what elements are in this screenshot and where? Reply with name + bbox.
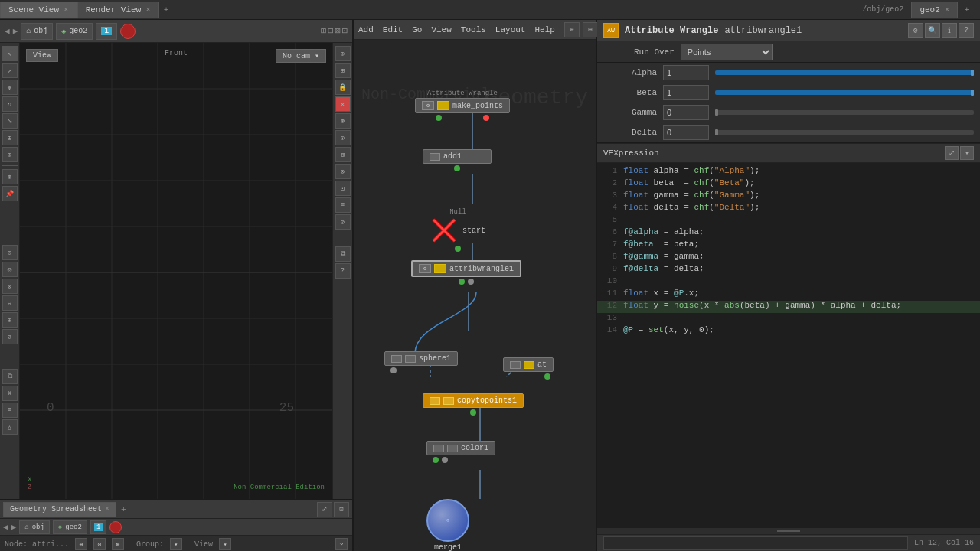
right-tool-5[interactable]: ⊛ [335, 113, 351, 129]
tool-pivot[interactable]: ⊕ [2, 147, 18, 162]
node-at[interactable]: at [503, 357, 554, 380]
bottom-help[interactable]: ? [335, 538, 348, 550]
vex-cmd-input[interactable] [603, 536, 908, 550]
aw-search-btn[interactable]: 🔍 [925, 23, 940, 38]
right-tool-12[interactable]: ⧉ [335, 246, 351, 262]
node-icon2[interactable]: ⊙ [93, 538, 106, 550]
right-tool-3[interactable]: 🔒 [335, 80, 351, 95]
help-menu[interactable]: Help [534, 25, 554, 34]
vex-editor[interactable]: 1 float alpha = chf("Alpha"); 2 float be… [597, 163, 980, 528]
render-view-tab[interactable]: Render View × [77, 2, 159, 18]
beta-input[interactable] [663, 85, 709, 100]
bottom-obj-path[interactable]: ⌂ obj [19, 520, 50, 534]
network-path: /obj/geo2 [856, 5, 910, 14]
tool-select2[interactable]: ↗ [2, 63, 18, 78]
right-tool-6[interactable]: ⊙ [335, 130, 351, 145]
tool-vis1[interactable]: ⊙ [2, 245, 18, 260]
bottom-nav-back[interactable]: ◀ [3, 522, 8, 532]
bottom-record[interactable] [109, 521, 122, 533]
vex-expand-btn[interactable]: ⤢ [945, 146, 959, 160]
alpha-slider[interactable] [715, 70, 974, 75]
right-tool-8[interactable]: ⊗ [335, 164, 351, 179]
node-copytopoints1[interactable]: copytopoints1 [423, 393, 524, 416]
right-tool-9[interactable]: ⊡ [335, 181, 351, 196]
add-menu[interactable]: Add [358, 25, 374, 34]
geo-path[interactable]: ◈ geo2 [56, 23, 93, 40]
delta-slider[interactable] [715, 130, 974, 135]
bottom-tab-add[interactable]: + [118, 505, 129, 514]
right-tool-1[interactable]: ⊕ [335, 46, 351, 61]
network-tab-add[interactable]: + [959, 4, 974, 16]
geo-spreadsheet-tab[interactable]: Geometry Spreadsheet × [3, 502, 116, 517]
tool-pin[interactable]: 📌 [2, 186, 18, 201]
right-tool-7[interactable]: ⊠ [335, 147, 351, 162]
tool-vis5[interactable]: ⊕ [2, 312, 18, 328]
vex-dropdown-btn[interactable]: ▾ [960, 146, 974, 160]
aw-info-btn[interactable]: ℹ [942, 23, 957, 38]
render-view-tab-close[interactable]: × [145, 5, 151, 15]
nav-forward[interactable]: ▶ [13, 26, 18, 36]
run-over-select[interactable]: Points [681, 44, 773, 60]
view-select-btn[interactable]: ▾ [219, 538, 231, 550]
node-icon1[interactable]: ⊕ [75, 538, 87, 550]
tool-move[interactable]: ✥ [2, 80, 18, 95]
network-tab[interactable]: geo2 × [911, 2, 958, 18]
tool-vis9[interactable]: ≡ [2, 403, 18, 418]
tool-vis8[interactable]: ⌘ [2, 386, 18, 401]
obj-path[interactable]: ⌂ obj [21, 23, 53, 40]
bottom-float-btn[interactable]: ⊡ [334, 502, 349, 517]
view-menu[interactable]: View [431, 25, 451, 34]
record-btn[interactable] [120, 24, 136, 39]
right-tool-4[interactable]: ✕ [335, 96, 351, 112]
group-filter-btn[interactable]: ▾ [170, 538, 182, 550]
gamma-slider[interactable] [715, 110, 974, 115]
node-start[interactable]: Null start [430, 208, 485, 252]
delta-input[interactable] [663, 125, 709, 140]
bottom-nav-forward[interactable]: ▶ [11, 522, 17, 532]
tool-vis3[interactable]: ⊗ [2, 279, 18, 294]
go-menu[interactable]: Go [412, 25, 422, 34]
node-add1[interactable]: add1 [423, 149, 492, 171]
geo-spreadsheet-close[interactable]: × [105, 505, 109, 514]
net-icon-1[interactable]: ⊕ [564, 22, 580, 37]
aw-help-btn[interactable]: ? [959, 23, 974, 38]
scene-view-tab[interactable]: Scene View × [0, 2, 77, 18]
tool-vis4[interactable]: ⊖ [2, 295, 18, 311]
node-sphere1[interactable]: sphere1 [384, 351, 458, 373]
tool-select[interactable]: ↖ [2, 46, 18, 61]
tool-vis2[interactable]: ◎ [2, 262, 18, 277]
bottom-expand-btn[interactable]: ⤢ [317, 502, 332, 517]
tool-vis7[interactable]: ⧉ [2, 369, 18, 384]
alpha-input[interactable] [663, 65, 709, 80]
node-merge1[interactable]: ⊕ merge1 [426, 499, 469, 551]
tool-vis6[interactable]: ⊘ [2, 329, 18, 344]
aw-gear-btn[interactable]: ⚙ [908, 23, 923, 38]
view-button[interactable]: View [26, 49, 58, 62]
net-icon-2[interactable]: ⊞ [583, 22, 598, 37]
cam-button[interactable]: No cam ▾ [276, 49, 326, 63]
tab-add-button[interactable]: + [159, 4, 174, 16]
layout-menu[interactable]: Layout [495, 25, 526, 34]
right-tool-2[interactable]: ⊞ [335, 63, 351, 78]
node-icon3[interactable]: ⊛ [112, 538, 124, 550]
tool-vis10[interactable]: △ [2, 419, 18, 435]
tool-scale[interactable]: ⤡ [2, 113, 18, 129]
gamma-input[interactable] [663, 105, 709, 120]
right-tool-13[interactable]: ? [335, 263, 351, 279]
axis-25-label: 25 [279, 401, 294, 415]
node-color1[interactable]: color1 [426, 441, 495, 463]
display-icons[interactable]: ⊞ ⊟ ⊠ ⊡ [321, 25, 348, 37]
nav-back[interactable]: ◀ [5, 26, 10, 36]
tool-rotate[interactable]: ↻ [2, 96, 18, 112]
right-tool-10[interactable]: ≡ [335, 197, 351, 213]
right-tool-11[interactable]: ⊘ [335, 214, 351, 230]
edit-menu[interactable]: Edit [383, 25, 403, 34]
node-make-points[interactable]: Attribute Wrangle ⚙ make_points [415, 90, 510, 121]
node-attribwrangle1[interactable]: ⚙ attribwrangle1 [411, 260, 521, 285]
beta-slider[interactable] [715, 90, 974, 95]
tool-transform[interactable]: ⊞ [2, 130, 18, 145]
tools-menu[interactable]: Tools [461, 25, 486, 34]
bottom-geo-path[interactable]: ◈ geo2 [53, 520, 87, 534]
scene-view-tab-close[interactable]: × [64, 5, 69, 15]
tool-snap[interactable]: ⊛ [2, 169, 18, 184]
